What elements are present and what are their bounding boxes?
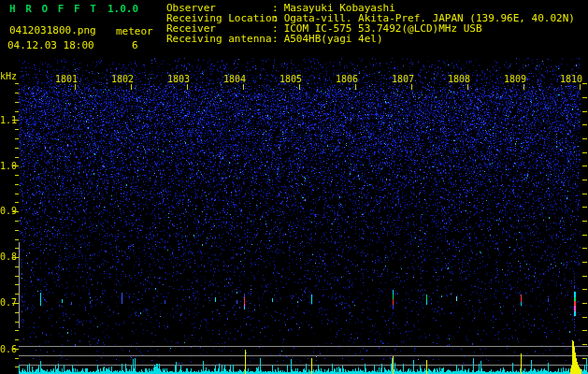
mode-label: meteor <box>116 25 153 37</box>
info-value: A504HB(yagi 4el) <box>279 33 383 45</box>
spectrogram-canvas <box>0 0 588 374</box>
hrofft-screen: H R O F F T 1.0.0 0412031800.png meteor … <box>0 0 588 374</box>
frequency-tick-label: 0.8 <box>0 252 13 263</box>
meteor-count: 6 <box>132 39 138 51</box>
frequency-tick-label: 0.9 <box>0 206 13 217</box>
time-tick-label: 1804 <box>208 74 246 85</box>
station-info: Observer:Masayuki Kobayashi Receiving Lo… <box>166 3 575 44</box>
time-tick-label: 1809 <box>489 74 526 85</box>
info-row-antenna: Receiving antenna:A504HB(yagi 4el) <box>166 34 575 44</box>
datetime: 04.12.03 18:00 <box>7 39 94 51</box>
file-name: 0412031800.png <box>9 24 96 36</box>
frequency-tick-label: 1.1 <box>0 115 13 126</box>
time-tick-label: 1803 <box>152 74 190 85</box>
time-tick-label: 1801 <box>40 74 78 85</box>
time-tick-label: 1802 <box>96 74 134 85</box>
time-tick-label: 1806 <box>321 74 358 85</box>
info-label: Receiving antenna <box>166 34 272 44</box>
frequency-tick-label: 0.7 <box>0 297 13 309</box>
time-tick-label: 1808 <box>433 74 470 85</box>
frequency-tick-label: 1.0 <box>0 161 13 172</box>
frequency-axis-unit: kHz <box>0 71 19 82</box>
time-tick-label: 1805 <box>265 74 302 85</box>
time-tick-label: 1807 <box>377 74 414 85</box>
time-tick-label: 1810 <box>545 74 582 85</box>
app-title: H R O F F T <box>9 3 98 15</box>
frequency-tick-label: 0.6 <box>0 344 13 355</box>
app-version: 1.0.0 <box>108 3 138 15</box>
